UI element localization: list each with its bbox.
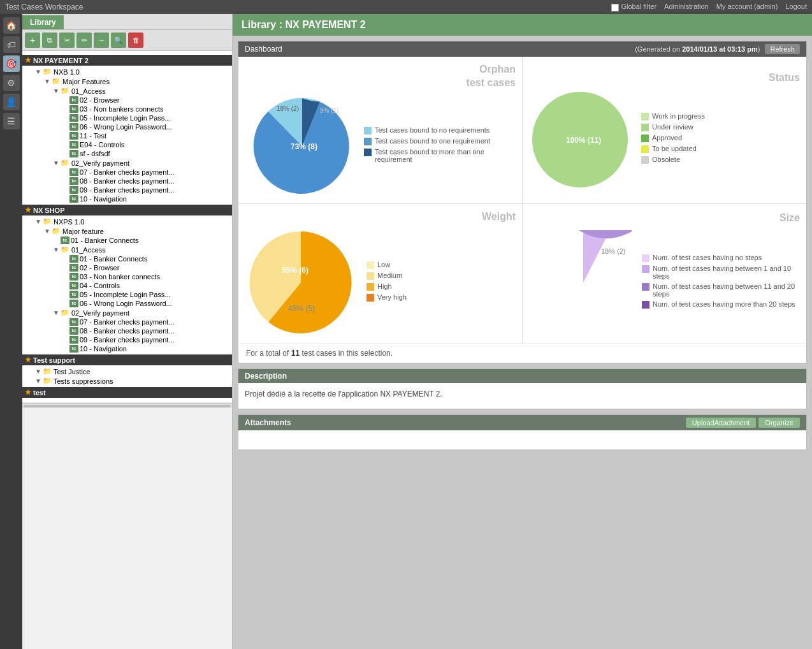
orphan-label-3: 9% (1) [320,107,338,114]
charts-grid: Orphantest cases [238,57,806,343]
tree-item-1[interactable]: ▼📁NXB 1.0 [22,67,232,77]
tree-item-7[interactable]: tc06 - Wrong Login Password... [22,122,232,131]
upload-attachment-button[interactable]: UploadAttachment [686,418,757,428]
sidebar-icon-tag[interactable]: 🏷 [3,36,20,53]
status-legend-color-5 [641,156,649,164]
status-legend-color-1 [641,113,649,120]
tree-item-33[interactable]: ▼📁Test Justice [22,367,232,376]
tree-item-9[interactable]: tcE04 - Controls [22,140,232,149]
content-area: Library : NX PAYEMENT 2 Dashboard (Gener… [233,14,812,649]
folder-icon: 📁 [61,159,69,167]
refresh-button[interactable]: Refresh [765,44,800,54]
orphan-legend-item-1: Test cases bound to no requirements [364,126,516,135]
tree-item-30[interactable]: tc09 - Banker checks payment... [22,335,232,344]
tc-icon: tc [69,141,78,149]
tree-item-5[interactable]: tc03 - Non bankers connects [22,105,232,113]
weight-chart-inner: 55% (6) 45% (5) Low [245,228,516,337]
tree-item-6[interactable]: tc05 - Incomplete Login Pass... [22,113,232,122]
tree-item-16[interactable]: ★NX SHOP [22,205,232,215]
weight-label-1: 55% (6) [282,266,308,275]
tree-item-18[interactable]: ▼📁Major feature [22,226,232,236]
tree-item-26[interactable]: tc06 - Wrong Login Password... [22,299,232,308]
size-label-2: 18% (2) [601,247,626,255]
search-button[interactable]: 🔍 [111,33,126,48]
tree-item-8[interactable]: tc11 - Test [22,131,232,140]
tree-item-25[interactable]: tc05 - Incomplete Login Pass... [22,290,232,299]
main-layout: 🏠 🏷 🎯 ⚙ 👤 ☰ Library + ⧉ ✂ ✏ → 🔍 🗑 ★NX PA… [0,14,812,649]
tree-tc-label: 03 - Non bankers connects [80,105,163,113]
tree-item-29[interactable]: tc08 - Banker checks payment... [22,326,232,335]
tree-item-22[interactable]: tc02 - Browser [22,263,232,272]
status-legend-text-1: Work in progress [652,112,705,120]
tree-item-28[interactable]: tc07 - Banker checks payment... [22,317,232,326]
administration-link[interactable]: Administration [664,3,709,11]
copy-button[interactable]: ⧉ [42,33,57,48]
sidebar-icon-gear[interactable]: ⚙ [3,75,20,91]
tree-tc-label: sf - dsfsdf [80,150,110,157]
sidebar-icon-home[interactable]: 🏠 [3,17,20,34]
topbar: Test Cases Workspace Global filter Admin… [0,0,812,14]
tree-item-12[interactable]: tc07 - Banker checks payment... [22,168,232,177]
tree-item-15[interactable]: tc10 - Navigation [22,194,232,203]
star-icon: ★ [25,356,31,364]
size-legend-color-4 [642,301,649,309]
library-tab[interactable]: Library [22,15,64,29]
status-legend-text-2: Under review [652,123,693,131]
tc-icon: tc [69,168,78,176]
tree-item-27[interactable]: ▼📁02_Verify payment [22,308,232,317]
logout-link[interactable]: Logout [785,3,807,11]
tree-item-0[interactable]: ★NX PAYEMENT 2 [22,55,232,66]
tree-item-14[interactable]: tc09 - Banker checks payment... [22,186,232,194]
folder-icon: 📁 [61,309,69,317]
library-tree: ★NX PAYEMENT 2▼📁NXB 1.0▼📁Major Features▼… [22,51,232,402]
status-legend-color-2 [641,124,649,131]
tree-scrollbar[interactable] [24,405,231,407]
tree-item-11[interactable]: ▼📁02_Verify payment [22,158,232,168]
tree-item-2[interactable]: ▼📁Major Features [22,77,232,86]
tc-icon: tc [69,132,78,140]
tree-tc-label: 06 - Wrong Login Password... [80,123,172,131]
cut-button[interactable]: ✂ [59,33,75,48]
move-button[interactable]: → [94,33,109,48]
status-legend-item-3: Approved [641,134,705,142]
sidebar-icon-target[interactable]: 🎯 [3,55,20,72]
global-filter-link[interactable]: Global filter [621,3,656,10]
orphan-legend-color-1 [364,127,372,135]
orphan-legend-color-3 [364,149,372,156]
tree-item-3[interactable]: ▼📁01_Access [22,86,232,96]
tree-item-35[interactable]: ★test [22,387,232,398]
attachments-buttons: UploadAttachment Organize [686,418,800,428]
app-title: Test Cases Workspace [5,3,83,11]
folder-icon: 📁 [52,77,61,85]
edit-button[interactable]: ✏ [76,33,92,48]
weight-legend-color-3 [366,283,374,291]
tree-item-19[interactable]: tc01 - Banker Connects [22,236,232,245]
tree-item-23[interactable]: tc03 - Non banker connects [22,272,232,281]
delete-button[interactable]: 🗑 [128,33,143,48]
status-legend: Work in progress Under review Approved [641,112,705,166]
tree-item-34[interactable]: ▼📁Tests suppressions [22,376,232,386]
tree-item-10[interactable]: tcsf - dsfsdf [22,149,232,158]
tc-icon: tc [69,327,78,335]
tree-toggle: ▼ [34,218,43,225]
add-button[interactable]: + [25,33,40,48]
tree-item-31[interactable]: tc10 - Navigation [22,344,232,353]
sidebar-icon-user[interactable]: 👤 [3,94,20,110]
weight-legend-item-2: Medium [366,272,407,280]
tree-item-4[interactable]: tc02 - Browser [22,96,232,105]
orphan-chart-cell: Orphantest cases [238,57,522,203]
tree-item-24[interactable]: tc04 - Controls [22,281,232,290]
tree-item-17[interactable]: ▼📁NXPS 1.0 [22,217,232,226]
tree-item-21[interactable]: tc01 - Banker Connects [22,254,232,263]
tree-folder-label: 01_Access [71,246,106,254]
organize-button[interactable]: Organize [758,418,800,428]
sidebar-icon-list[interactable]: ☰ [3,113,20,129]
tree-item-32[interactable]: ★Test support [22,354,232,365]
folder-icon: 📁 [61,245,69,254]
tree-tc-label: 07 - Banker checks payment... [80,318,175,326]
attachments-panel: Attachments UploadAttachment Organize [238,414,807,450]
description-header: Description [238,369,806,383]
tree-item-13[interactable]: tc08 - Banker checks payment... [22,177,232,186]
tree-item-20[interactable]: ▼📁01_Access [22,245,232,254]
my-account-link[interactable]: My account (admin) [716,3,778,11]
